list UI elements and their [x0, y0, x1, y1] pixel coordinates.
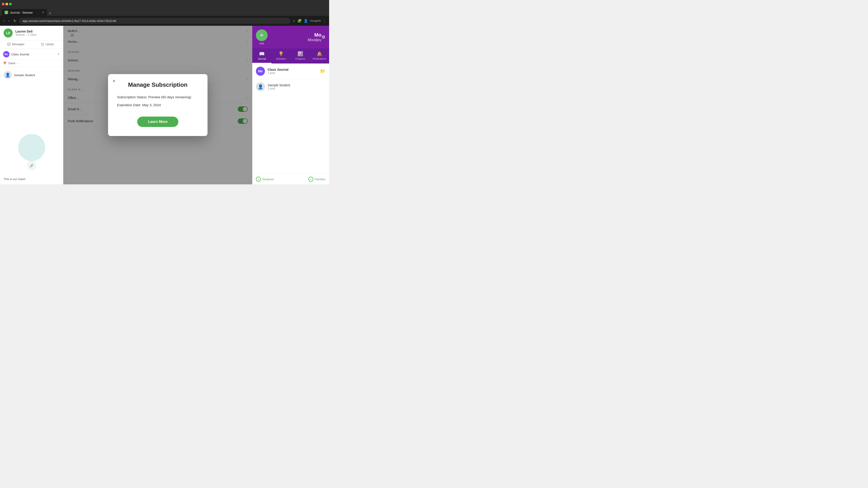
messages-label: Messages: [12, 43, 24, 46]
user-name: Lauren Deli: [16, 30, 36, 33]
progress-icon: 📊: [298, 51, 303, 57]
minimize-window-button[interactable]: [5, 3, 8, 5]
students-label: Students: [262, 177, 274, 181]
right-nav: 📖 Journal 💡 Activities 📊 Progress 🔔 Noti…: [252, 48, 329, 64]
title-bar: [0, 0, 329, 8]
window-controls[interactable]: [2, 3, 12, 5]
user-avatar: LD: [4, 29, 13, 37]
journal-student-item[interactable]: 👤 Sample Student 1 post: [252, 79, 329, 94]
right-panel: + Add Mo Moodjoy ⚙ 📖 Journal 💡 Activitie…: [252, 26, 329, 184]
journal-class-name: Class Journal: [268, 68, 317, 71]
new-tab-button[interactable]: +: [49, 11, 51, 16]
folder-icon: 📁: [320, 68, 326, 74]
notifications-label: Notifications: [313, 57, 327, 60]
maximize-window-button[interactable]: [9, 3, 12, 5]
add-label: Add: [256, 42, 268, 45]
app-nav-tabs: 💬 Messages 📋 Library: [0, 40, 63, 49]
reload-button[interactable]: ↻: [12, 18, 17, 24]
right-nav-notifications[interactable]: 🔔 Notifications: [310, 48, 329, 64]
link-icon[interactable]: 🔗: [27, 161, 36, 170]
calendar-icon: 📅: [3, 62, 6, 65]
journal-student-posts: 1 post: [268, 87, 290, 90]
tab-library[interactable]: 📋 Library: [32, 40, 63, 48]
sidebar-header: LD Lauren Deli Teacher - 1 Class: [0, 26, 63, 40]
journal-label: Journal: [258, 57, 266, 60]
plus-circle-icon: +: [256, 177, 261, 182]
modal-footer: Learn More: [117, 117, 198, 127]
families-label: Families: [315, 177, 326, 181]
expiration-date-text: Expiration Date: May 3, 2024: [117, 103, 198, 108]
journal-student-info: Sample Student 1 post: [268, 84, 290, 90]
class-selector[interactable]: Mo Class Journal ▼: [0, 49, 63, 60]
messages-icon: 💬: [7, 43, 11, 46]
manage-subscription-modal: × Manage Subscription Subscription Statu…: [108, 74, 208, 136]
right-nav-activities[interactable]: 💡 Activities: [272, 48, 291, 64]
active-tab[interactable]: S Journal - Seesaw ✕: [2, 9, 47, 16]
library-icon: 📋: [41, 43, 44, 46]
tab-bar: S Journal - Seesaw ✕ +: [0, 8, 329, 16]
subscription-status-text: Subscription Status: Preview (60 days re…: [117, 95, 198, 100]
journal-class-posts: 1 post: [268, 71, 317, 74]
tab-close-button[interactable]: ✕: [42, 11, 44, 14]
modal-close-button[interactable]: ×: [113, 78, 116, 84]
journal-student-avatar: 👤: [256, 82, 265, 91]
sidebar-decoration: 🔗: [0, 126, 63, 174]
notifications-icon: 🔔: [317, 51, 322, 57]
library-label: Library: [45, 43, 54, 46]
main-content: Multi-F… › Accou… › SCHOOL School… › SEE…: [63, 26, 252, 184]
chevron-down-icon: ▼: [57, 53, 60, 56]
add-students-button[interactable]: + Students: [256, 177, 274, 182]
user-role: Teacher - 1 Class: [16, 33, 36, 36]
tab-label: Journal - Seesaw: [10, 11, 33, 14]
right-nav-progress[interactable]: 📊 Progress: [291, 48, 310, 64]
menu-button[interactable]: ⋮: [323, 19, 327, 23]
modal-overlay[interactable]: ✕ × Manage Subscription Subscription Sta…: [63, 26, 252, 184]
tab-messages[interactable]: 💬 Messages: [0, 40, 32, 48]
add-button[interactable]: +: [256, 29, 268, 41]
background-close-button[interactable]: ✕: [70, 33, 74, 38]
extensions-button[interactable]: 🧩: [297, 19, 302, 23]
class-avatar: Mo: [3, 51, 9, 57]
nav-icons: ☆ 🧩 👤 Incognito ⋮: [292, 19, 327, 23]
profile-button[interactable]: 👤: [304, 19, 308, 23]
right-nav-journal[interactable]: 📖 Journal: [252, 48, 272, 64]
address-bar[interactable]: [19, 18, 291, 24]
class-name-label: Class Journal: [11, 53, 55, 56]
browser-chrome: S Journal - Seesaw ✕ + ‹ › ↻ ☆ 🧩 👤 Incog…: [0, 0, 329, 26]
sidebar-user-info: Lauren Deli Teacher - 1 Class: [16, 30, 36, 36]
add-families-button[interactable]: + Families: [308, 177, 326, 182]
back-button[interactable]: ‹: [3, 18, 6, 24]
list-item[interactable]: 👤 Sample Student: [0, 69, 63, 81]
right-class-name: Mo: [271, 32, 321, 38]
journal-icon: 📖: [259, 51, 265, 57]
modal-title: Manage Subscription: [117, 81, 198, 88]
app-container: LD Lauren Deli Teacher - 1 Class 💬 Messa…: [0, 26, 329, 184]
incognito-label: Incognito: [310, 19, 321, 22]
dates-bar[interactable]: 📅 Dates ‹: [0, 60, 63, 67]
learn-more-button[interactable]: Learn More: [137, 117, 178, 127]
activities-label: Activities: [276, 57, 286, 60]
tab-favicon: S: [4, 11, 8, 14]
student-avatar: 👤: [4, 71, 12, 79]
journal-class-item[interactable]: Mo Class Journal 1 post 📁: [252, 64, 329, 79]
right-sub-name: Moodjoy: [271, 38, 321, 42]
student-name: Sample Student: [14, 73, 35, 77]
link-chain-icon: 🔗: [30, 164, 33, 167]
navigation-bar: ‹ › ↻ ☆ 🧩 👤 Incognito ⋮: [0, 16, 329, 26]
activities-icon: 💡: [278, 51, 284, 57]
student-list: 👤 Sample Student: [0, 67, 63, 126]
class-description: This is our class!: [4, 177, 59, 181]
sidebar-footer: This is our class!: [0, 174, 63, 184]
plus-circle-icon: +: [308, 177, 313, 182]
right-header-left: + Add: [256, 29, 268, 45]
close-window-button[interactable]: [2, 3, 4, 5]
right-panel-header: + Add Mo Moodjoy ⚙: [252, 26, 329, 48]
circle-decoration: [18, 134, 45, 161]
bookmark-button[interactable]: ☆: [292, 19, 296, 23]
sidebar: LD Lauren Deli Teacher - 1 Class 💬 Messa…: [0, 26, 63, 184]
journal-class-info: Class Journal 1 post: [268, 68, 317, 74]
progress-label: Progress: [295, 57, 305, 60]
settings-gear-icon[interactable]: ⚙: [321, 34, 326, 40]
right-panel-content: Mo Class Journal 1 post 📁 👤 Sample Stude…: [252, 64, 329, 174]
forward-button[interactable]: ›: [7, 18, 10, 24]
